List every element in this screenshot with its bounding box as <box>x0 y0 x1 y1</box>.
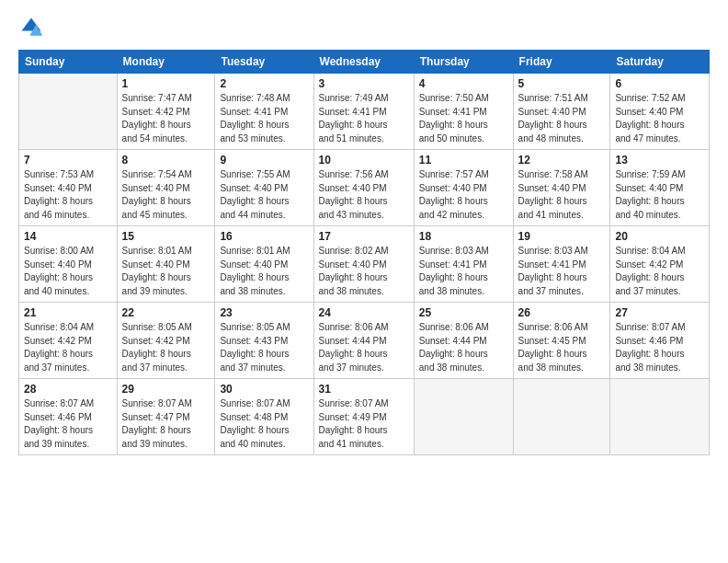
calendar-cell <box>19 74 118 150</box>
cell-info: Sunrise: 7:53 AM Sunset: 4:40 PM Dayligh… <box>24 168 112 222</box>
calendar-cell: 24Sunrise: 8:06 AM Sunset: 4:44 PM Dayli… <box>313 303 414 379</box>
cell-info: Sunrise: 7:59 AM Sunset: 4:40 PM Dayligh… <box>615 168 704 222</box>
calendar-week-row: 28Sunrise: 8:07 AM Sunset: 4:46 PM Dayli… <box>19 379 710 455</box>
day-number: 26 <box>518 306 606 319</box>
day-number: 8 <box>122 154 210 167</box>
day-number: 20 <box>615 230 704 243</box>
calendar-cell <box>414 379 513 455</box>
calendar-cell: 17Sunrise: 8:02 AM Sunset: 4:40 PM Dayli… <box>313 226 414 303</box>
day-number: 25 <box>419 306 508 319</box>
day-number: 23 <box>220 306 308 319</box>
day-number: 3 <box>319 77 409 90</box>
day-number: 5 <box>518 77 606 90</box>
weekday-header: Tuesday <box>215 51 313 74</box>
cell-info: Sunrise: 8:06 AM Sunset: 4:44 PM Dayligh… <box>319 321 409 374</box>
day-number: 4 <box>419 77 508 90</box>
cell-info: Sunrise: 8:04 AM Sunset: 4:42 PM Dayligh… <box>24 321 112 374</box>
weekday-header: Friday <box>513 51 610 74</box>
day-number: 2 <box>220 77 308 90</box>
calendar-cell: 22Sunrise: 8:05 AM Sunset: 4:42 PM Dayli… <box>117 303 215 379</box>
day-number: 12 <box>518 154 606 167</box>
calendar-week-row: 14Sunrise: 8:00 AM Sunset: 4:40 PM Dayli… <box>19 226 710 303</box>
calendar-cell: 15Sunrise: 8:01 AM Sunset: 4:40 PM Dayli… <box>117 226 215 303</box>
day-number: 15 <box>122 230 210 243</box>
calendar-cell: 19Sunrise: 8:03 AM Sunset: 4:41 PM Dayli… <box>513 226 610 303</box>
cell-info: Sunrise: 8:06 AM Sunset: 4:45 PM Dayligh… <box>518 321 606 374</box>
day-number: 28 <box>24 383 112 396</box>
cell-info: Sunrise: 7:52 AM Sunset: 4:40 PM Dayligh… <box>615 92 704 145</box>
cell-info: Sunrise: 7:58 AM Sunset: 4:40 PM Dayligh… <box>518 168 606 222</box>
day-number: 13 <box>615 154 704 167</box>
day-number: 24 <box>319 306 409 319</box>
cell-info: Sunrise: 7:51 AM Sunset: 4:40 PM Dayligh… <box>518 92 606 145</box>
cell-info: Sunrise: 8:07 AM Sunset: 4:48 PM Dayligh… <box>220 397 308 451</box>
calendar-cell: 18Sunrise: 8:03 AM Sunset: 4:41 PM Dayli… <box>414 226 513 303</box>
calendar-cell: 1Sunrise: 7:47 AM Sunset: 4:42 PM Daylig… <box>117 74 215 150</box>
weekday-header: Monday <box>117 51 215 74</box>
cell-info: Sunrise: 7:47 AM Sunset: 4:42 PM Dayligh… <box>122 92 210 145</box>
weekday-header: Sunday <box>19 51 118 74</box>
cell-info: Sunrise: 8:00 AM Sunset: 4:40 PM Dayligh… <box>24 245 112 298</box>
cell-info: Sunrise: 8:06 AM Sunset: 4:44 PM Dayligh… <box>419 321 508 374</box>
calendar-cell: 27Sunrise: 8:07 AM Sunset: 4:46 PM Dayli… <box>610 303 710 379</box>
cell-info: Sunrise: 8:07 AM Sunset: 4:49 PM Dayligh… <box>319 397 409 451</box>
calendar-cell: 2Sunrise: 7:48 AM Sunset: 4:41 PM Daylig… <box>215 74 313 150</box>
weekday-header-row: SundayMondayTuesdayWednesdayThursdayFrid… <box>19 51 710 74</box>
calendar-cell: 13Sunrise: 7:59 AM Sunset: 4:40 PM Dayli… <box>610 150 710 226</box>
day-number: 18 <box>419 230 508 243</box>
cell-info: Sunrise: 7:49 AM Sunset: 4:41 PM Dayligh… <box>319 92 409 145</box>
calendar-cell: 3Sunrise: 7:49 AM Sunset: 4:41 PM Daylig… <box>313 74 414 150</box>
cell-info: Sunrise: 7:57 AM Sunset: 4:40 PM Dayligh… <box>419 168 508 222</box>
day-number: 16 <box>220 230 308 243</box>
logo-icon <box>18 15 44 40</box>
day-number: 19 <box>518 230 606 243</box>
calendar-cell: 16Sunrise: 8:01 AM Sunset: 4:40 PM Dayli… <box>215 226 313 303</box>
day-number: 17 <box>319 230 409 243</box>
calendar-cell: 31Sunrise: 8:07 AM Sunset: 4:49 PM Dayli… <box>313 379 414 455</box>
calendar-cell: 5Sunrise: 7:51 AM Sunset: 4:40 PM Daylig… <box>513 74 610 150</box>
calendar-cell <box>610 379 710 455</box>
cell-info: Sunrise: 7:50 AM Sunset: 4:41 PM Dayligh… <box>419 92 508 145</box>
cell-info: Sunrise: 8:03 AM Sunset: 4:41 PM Dayligh… <box>518 245 606 298</box>
calendar-cell: 29Sunrise: 8:07 AM Sunset: 4:47 PM Dayli… <box>117 379 215 455</box>
day-number: 10 <box>319 154 409 167</box>
day-number: 27 <box>615 306 704 319</box>
day-number: 29 <box>122 383 210 396</box>
cell-info: Sunrise: 8:04 AM Sunset: 4:42 PM Dayligh… <box>615 245 704 298</box>
calendar-cell: 6Sunrise: 7:52 AM Sunset: 4:40 PM Daylig… <box>610 74 710 150</box>
day-number: 22 <box>122 306 210 319</box>
cell-info: Sunrise: 8:02 AM Sunset: 4:40 PM Dayligh… <box>319 245 409 298</box>
logo <box>18 15 50 40</box>
calendar-cell: 11Sunrise: 7:57 AM Sunset: 4:40 PM Dayli… <box>414 150 513 226</box>
day-number: 1 <box>122 77 210 90</box>
weekday-header: Wednesday <box>313 51 414 74</box>
cell-info: Sunrise: 8:07 AM Sunset: 4:47 PM Dayligh… <box>122 397 210 451</box>
calendar-cell: 12Sunrise: 7:58 AM Sunset: 4:40 PM Dayli… <box>513 150 610 226</box>
cell-info: Sunrise: 8:03 AM Sunset: 4:41 PM Dayligh… <box>419 245 508 298</box>
day-number: 9 <box>220 154 308 167</box>
cell-info: Sunrise: 8:01 AM Sunset: 4:40 PM Dayligh… <box>220 245 308 298</box>
calendar-week-row: 7Sunrise: 7:53 AM Sunset: 4:40 PM Daylig… <box>19 150 710 226</box>
calendar-cell: 14Sunrise: 8:00 AM Sunset: 4:40 PM Dayli… <box>19 226 118 303</box>
calendar-table: SundayMondayTuesdayWednesdayThursdayFrid… <box>18 50 710 455</box>
cell-info: Sunrise: 7:48 AM Sunset: 4:41 PM Dayligh… <box>220 92 308 145</box>
cell-info: Sunrise: 7:55 AM Sunset: 4:40 PM Dayligh… <box>220 168 308 222</box>
calendar-cell: 7Sunrise: 7:53 AM Sunset: 4:40 PM Daylig… <box>19 150 118 226</box>
calendar-cell: 9Sunrise: 7:55 AM Sunset: 4:40 PM Daylig… <box>215 150 313 226</box>
cell-info: Sunrise: 8:07 AM Sunset: 4:46 PM Dayligh… <box>615 321 704 374</box>
day-number: 30 <box>220 383 308 396</box>
day-number: 6 <box>615 77 704 90</box>
day-number: 11 <box>419 154 508 167</box>
calendar-cell: 23Sunrise: 8:05 AM Sunset: 4:43 PM Dayli… <box>215 303 313 379</box>
weekday-header: Saturday <box>610 51 710 74</box>
weekday-header: Thursday <box>414 51 513 74</box>
cell-info: Sunrise: 8:05 AM Sunset: 4:43 PM Dayligh… <box>220 321 308 374</box>
calendar-cell: 10Sunrise: 7:56 AM Sunset: 4:40 PM Dayli… <box>313 150 414 226</box>
calendar-week-row: 1Sunrise: 7:47 AM Sunset: 4:42 PM Daylig… <box>19 74 710 150</box>
calendar-cell: 30Sunrise: 8:07 AM Sunset: 4:48 PM Dayli… <box>215 379 313 455</box>
calendar-cell: 8Sunrise: 7:54 AM Sunset: 4:40 PM Daylig… <box>117 150 215 226</box>
calendar-cell: 28Sunrise: 8:07 AM Sunset: 4:46 PM Dayli… <box>19 379 118 455</box>
day-number: 21 <box>24 306 112 319</box>
calendar-cell: 20Sunrise: 8:04 AM Sunset: 4:42 PM Dayli… <box>610 226 710 303</box>
cell-info: Sunrise: 8:01 AM Sunset: 4:40 PM Dayligh… <box>122 245 210 298</box>
